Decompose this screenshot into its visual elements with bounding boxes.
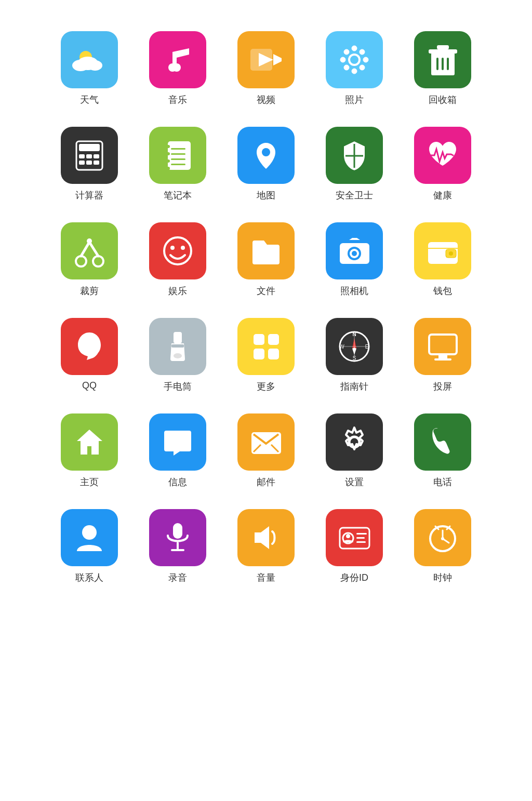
app-item-idcard[interactable]: 身份ID <box>318 509 391 584</box>
svg-rect-26 <box>79 154 85 158</box>
app-item-volume[interactable]: 音量 <box>230 509 302 584</box>
app-icon-message <box>149 413 206 471</box>
svg-point-100 <box>441 537 444 540</box>
svg-rect-91 <box>340 528 369 549</box>
app-item-notebook[interactable]: 笔记本 <box>141 127 214 202</box>
app-label-clock: 时钟 <box>433 571 452 584</box>
svg-marker-8 <box>273 54 282 65</box>
app-label-compass: 指南针 <box>340 380 368 393</box>
svg-rect-19 <box>436 58 438 70</box>
app-icon-security <box>326 127 383 184</box>
app-item-music[interactable]: 音乐 <box>141 31 214 106</box>
app-item-map[interactable]: 地图 <box>230 127 302 202</box>
app-label-wallet: 钱包 <box>433 285 452 297</box>
app-icon-contacts <box>61 509 118 566</box>
app-item-recorder[interactable]: 录音 <box>141 509 214 584</box>
svg-point-85 <box>349 437 360 447</box>
app-item-security[interactable]: 安全卫士 <box>318 127 391 202</box>
app-label-entertainment: 娱乐 <box>168 285 187 297</box>
app-item-clock[interactable]: 时钟 <box>406 509 479 584</box>
app-icon-music <box>149 31 206 88</box>
app-label-camera: 照相机 <box>340 285 368 297</box>
app-item-cut[interactable]: 裁剪 <box>53 222 126 297</box>
app-label-home: 主页 <box>80 476 99 488</box>
svg-point-93 <box>346 534 350 538</box>
app-icon-idcard <box>326 509 383 566</box>
svg-rect-80 <box>434 358 451 361</box>
svg-rect-34 <box>166 152 170 155</box>
app-item-more[interactable]: 更多 <box>230 318 302 393</box>
svg-point-44 <box>76 256 86 266</box>
svg-rect-27 <box>86 154 92 158</box>
app-item-mail[interactable]: 邮件 <box>230 413 302 488</box>
app-icon-health <box>414 127 471 184</box>
app-item-camera[interactable]: 照相机 <box>318 222 391 297</box>
app-icon-photos <box>326 31 383 88</box>
svg-point-11 <box>352 69 357 74</box>
svg-rect-31 <box>94 161 99 165</box>
svg-rect-21 <box>447 58 449 70</box>
svg-rect-29 <box>79 161 85 165</box>
svg-rect-95 <box>356 537 365 539</box>
svg-point-58 <box>449 251 453 256</box>
app-item-contacts[interactable]: 联系人 <box>53 509 126 584</box>
app-item-entertainment[interactable]: 娱乐 <box>141 222 214 297</box>
svg-point-49 <box>164 237 191 264</box>
svg-point-50 <box>170 246 175 250</box>
app-item-wallet[interactable]: 钱包 <box>406 222 479 297</box>
app-label-files: 文件 <box>257 285 275 297</box>
app-label-recycle: 回收箱 <box>429 94 457 106</box>
app-icon-more <box>237 318 295 375</box>
svg-point-64 <box>174 353 182 358</box>
app-label-qq: QQ <box>82 380 97 391</box>
svg-point-51 <box>181 246 185 250</box>
svg-marker-81 <box>77 430 102 455</box>
app-item-video[interactable]: 视频 <box>230 31 302 106</box>
svg-line-46 <box>81 242 89 256</box>
svg-rect-30 <box>86 161 92 165</box>
app-icon-compass: N S W E <box>326 318 383 375</box>
svg-point-60 <box>82 344 88 353</box>
app-icon-phone <box>414 413 471 471</box>
app-item-calculator[interactable]: 计算器 <box>53 127 126 202</box>
app-item-phone[interactable]: 电话 <box>406 413 479 488</box>
app-label-notebook: 笔记本 <box>164 189 192 202</box>
svg-point-41 <box>262 148 270 156</box>
app-icon-settings <box>326 413 383 471</box>
svg-point-15 <box>360 49 365 55</box>
app-label-idcard: 身份ID <box>340 571 368 584</box>
app-icon-home <box>61 413 118 471</box>
svg-rect-36 <box>166 167 170 170</box>
svg-point-14 <box>344 49 349 55</box>
app-item-message[interactable]: 信息 <box>141 413 214 488</box>
app-item-files[interactable]: 文件 <box>230 222 302 297</box>
svg-rect-78 <box>429 335 457 354</box>
app-label-cast: 投屏 <box>433 380 452 393</box>
app-icon-files <box>237 222 295 279</box>
svg-marker-90 <box>255 526 269 549</box>
app-item-weather[interactable]: 天气 <box>53 31 126 106</box>
app-item-health[interactable]: 健康 <box>406 127 479 202</box>
svg-point-13 <box>363 57 368 62</box>
app-label-video: 视频 <box>257 94 275 106</box>
svg-rect-87 <box>173 523 182 539</box>
app-item-recycle[interactable]: 回收箱 <box>406 31 479 106</box>
svg-rect-20 <box>442 58 444 70</box>
svg-point-10 <box>352 46 357 51</box>
app-icon-cut <box>61 222 118 279</box>
svg-rect-22 <box>429 49 457 54</box>
app-item-flashlight[interactable]: 手电筒 <box>141 318 214 393</box>
app-label-contacts: 联系人 <box>75 571 103 584</box>
app-label-mail: 邮件 <box>257 476 275 488</box>
app-item-settings[interactable]: 设置 <box>318 413 391 488</box>
svg-rect-38 <box>171 153 185 155</box>
app-item-home[interactable]: 主页 <box>53 413 126 488</box>
svg-point-9 <box>349 55 360 65</box>
svg-rect-32 <box>168 141 191 170</box>
app-icon-mail <box>237 413 295 471</box>
app-item-compass[interactable]: N S W E 指南针 <box>318 318 391 393</box>
app-item-cast[interactable]: 投屏 <box>406 318 479 393</box>
app-item-qq[interactable]: QQ <box>53 318 126 393</box>
svg-point-55 <box>352 251 357 256</box>
app-item-photos[interactable]: 照片 <box>318 31 391 106</box>
